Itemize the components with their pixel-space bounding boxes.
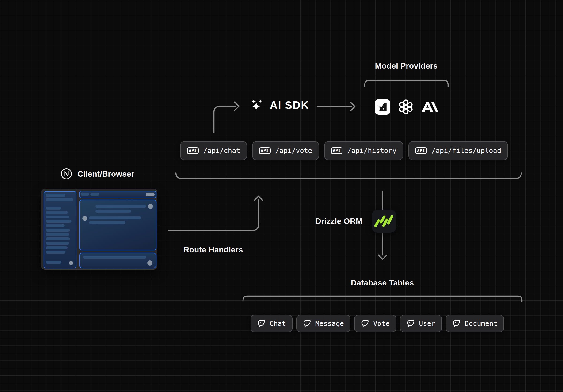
mockup-sidebar [44, 191, 77, 268]
drizzle-icon [371, 210, 397, 233]
table-leaf-icon [361, 319, 369, 328]
arrow-client-to-routes [168, 200, 258, 230]
api-route-files-upload: API /api/files/upload [409, 141, 508, 160]
bracket-database-tables [243, 296, 522, 302]
avatar [69, 261, 73, 265]
api-route-path: /api/files/upload [432, 147, 501, 155]
api-badge-icon: API [331, 147, 343, 154]
model-providers-label: Model Providers [371, 61, 441, 70]
client-browser-label: Client/Browser [77, 169, 134, 178]
database-tables-label: Database Tables [347, 278, 418, 287]
table-pill-chat: Chat [251, 315, 293, 332]
ai-sdk-label: AI SDK [270, 99, 309, 112]
api-route-history: API /api/history [324, 141, 403, 160]
api-route-vote: API /api/vote [252, 141, 319, 160]
openai-icon [398, 99, 414, 115]
route-handlers-label: Route Handlers [178, 245, 248, 254]
table-pill-document: Document [446, 315, 504, 332]
api-route-path: /api/chat [203, 147, 240, 155]
send-button-icon [147, 260, 153, 266]
mockup-input-box [79, 253, 156, 268]
table-leaf-icon [407, 319, 415, 328]
api-routes-row: API /api/chat API /api/vote API /api/his… [180, 141, 508, 160]
bracket-model-providers [365, 80, 448, 87]
api-route-path: /api/history [347, 147, 397, 155]
avatar [82, 216, 87, 221]
table-leaf-icon [303, 319, 311, 328]
api-badge-icon: API [187, 147, 199, 154]
table-pill-user: User [400, 315, 442, 332]
table-name: Document [465, 319, 498, 328]
table-name: Chat [269, 319, 286, 328]
table-name: Message [315, 319, 344, 328]
database-tables-row: Chat Message Vote User [251, 315, 504, 332]
client-browser-node: Client/Browser [61, 168, 134, 180]
table-name: Vote [373, 319, 390, 328]
api-route-chat: API /api/chat [180, 141, 247, 160]
mockup-chat-area [79, 200, 156, 250]
sparkles-icon [251, 99, 264, 112]
bracket-api-routes [176, 173, 521, 178]
architecture-diagram: Model Providers AI SDK [0, 0, 563, 392]
api-badge-icon: API [415, 147, 427, 154]
xai-icon [375, 99, 390, 115]
nextjs-icon [61, 168, 72, 180]
table-pill-message: Message [296, 315, 350, 332]
ai-sdk-node: AI SDK [251, 99, 309, 112]
table-leaf-icon [257, 319, 266, 328]
drizzle-orm-label: Drizzle ORM [300, 216, 362, 226]
table-pill-vote: Vote [354, 315, 396, 332]
api-route-path: /api/vote [275, 147, 312, 155]
table-leaf-icon [452, 319, 461, 328]
browser-mockup [41, 189, 157, 269]
arrow-routes-to-aisdk [214, 106, 235, 133]
anthropic-icon [421, 101, 438, 113]
mockup-header [79, 191, 156, 198]
arrowhead-down-icon [378, 255, 387, 259]
table-name: User [419, 319, 435, 328]
model-providers-group [375, 99, 438, 115]
api-badge-icon: API [259, 147, 271, 154]
avatar [148, 204, 153, 209]
